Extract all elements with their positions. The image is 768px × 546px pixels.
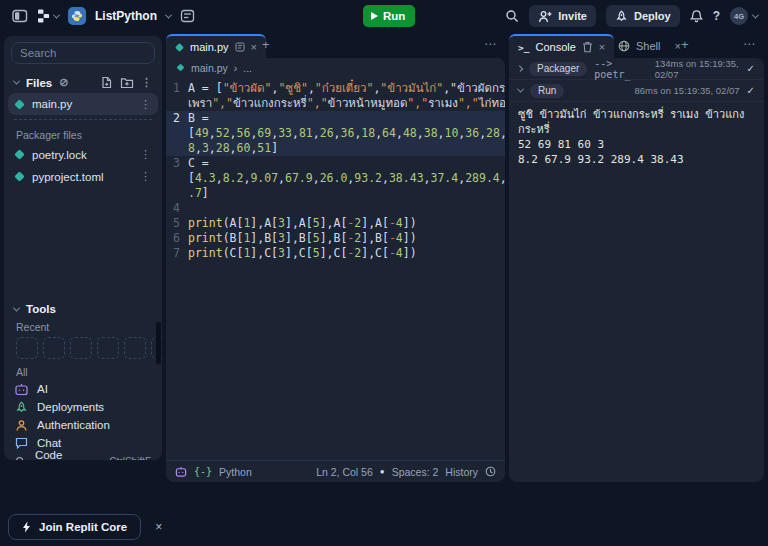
packager-files-label: Packager files bbox=[4, 126, 162, 143]
sidebar-scrollbar[interactable] bbox=[156, 322, 161, 364]
project-name[interactable]: ListPython bbox=[95, 9, 157, 23]
trash-icon[interactable] bbox=[582, 41, 593, 53]
join-replit-core-button[interactable]: Join Replit Core bbox=[8, 514, 141, 540]
deploy-button-label: Deploy bbox=[634, 10, 671, 22]
code-row[interactable]: [4.3,8.2,9.07,67.9,26.0,93.2,38.43,37.4,… bbox=[166, 171, 505, 186]
cursor-position[interactable]: Ln 2, Col 56 bbox=[316, 466, 373, 478]
chevron-right-icon[interactable] bbox=[517, 65, 523, 71]
sidebar-toggle-icon[interactable] bbox=[12, 9, 28, 23]
new-tab-icon[interactable]: + bbox=[681, 37, 689, 52]
tab-console[interactable]: >_ Console × bbox=[509, 34, 614, 58]
tool-item-code-search[interactable]: Code Search CtrlShiftF bbox=[4, 452, 162, 460]
file-row-poetry-lock[interactable]: poetry.lock ⋮ bbox=[8, 144, 158, 165]
account-menu[interactable]: 4G bbox=[730, 7, 758, 25]
files-divider bbox=[14, 119, 152, 120]
file-icon bbox=[14, 149, 24, 159]
tab-layout-icon[interactable] bbox=[235, 42, 245, 52]
code-row[interactable]: 2B = bbox=[166, 111, 505, 126]
file-row-pyproject-toml[interactable]: pyproject.toml ⋮ bbox=[8, 166, 158, 187]
close-tab-icon[interactable]: × bbox=[674, 40, 680, 52]
close-tab-icon[interactable]: × bbox=[599, 41, 605, 53]
close-tab-icon[interactable]: × bbox=[251, 41, 257, 53]
code-row[interactable]: 4 bbox=[166, 201, 505, 216]
code-row[interactable]: 5print(A[1],A[3],A[5],A[-2],A[-4]) bbox=[166, 216, 505, 231]
history-label[interactable]: History bbox=[445, 466, 478, 478]
chevron-down-icon[interactable] bbox=[517, 86, 524, 93]
tool-item-authentication[interactable]: Authentication bbox=[4, 416, 162, 434]
search-icon[interactable] bbox=[505, 9, 519, 23]
code-lines[interactable]: 1A = ["ข้าวผัด","ซูชิ","ก๋วยเตี๋ยว","ข้า… bbox=[166, 81, 505, 261]
code-row[interactable]: 6print(B[1],B[3],B[5],B[-2],B[-4]) bbox=[166, 231, 505, 246]
ai-status-icon[interactable] bbox=[175, 466, 187, 478]
console-event-packager[interactable]: Packager --> poetr_ 134ms on 15:19:35, 0… bbox=[509, 58, 764, 80]
tools-section-header[interactable]: Tools bbox=[4, 300, 162, 318]
console-event-run[interactable]: Run 86ms on 15:19:35, 02/07 ✓ bbox=[509, 80, 764, 102]
top-bar: ListPython Run Invite Deploy bbox=[0, 0, 768, 32]
breadcrumb-separator: › bbox=[234, 62, 238, 74]
tools-header-label: Tools bbox=[26, 303, 56, 315]
console-output[interactable]: ซูชิ ข้าวมันไก่ ข้าวแกงกระหรี่ ราเมง ข้า… bbox=[509, 102, 764, 172]
tab-title: main.py bbox=[190, 41, 229, 53]
dismiss-banner-icon[interactable]: × bbox=[155, 520, 162, 534]
replit-workspace: ListPython Run Invite Deploy bbox=[0, 0, 768, 546]
resource-monitor-icon[interactable] bbox=[180, 9, 195, 23]
event-command: --> poetr_ bbox=[594, 58, 640, 80]
file-row-main-py[interactable]: main.py ⋮ bbox=[8, 93, 158, 115]
recent-tool-slot bbox=[124, 337, 146, 359]
line-number bbox=[166, 171, 188, 186]
invite-user-icon bbox=[538, 10, 552, 23]
file-name: pyproject.toml bbox=[32, 171, 104, 183]
line-number bbox=[166, 96, 188, 111]
language-label[interactable]: Python bbox=[219, 466, 252, 478]
line-number: 2 bbox=[166, 111, 188, 126]
editor-options-icon[interactable]: ⋯ bbox=[484, 37, 497, 51]
hidden-files-icon[interactable]: ⊘ bbox=[59, 76, 68, 89]
deployments-icon bbox=[15, 401, 28, 414]
project-chevron-icon[interactable] bbox=[165, 11, 172, 18]
search-input[interactable]: Search bbox=[11, 42, 155, 64]
recent-tool-slot bbox=[97, 337, 119, 359]
tool-item-deployments[interactable]: Deployments bbox=[4, 398, 162, 416]
help-icon[interactable]: ? bbox=[713, 9, 720, 23]
line-number: 4 bbox=[166, 201, 188, 216]
rocket-icon bbox=[615, 10, 628, 23]
new-file-icon[interactable] bbox=[100, 76, 113, 89]
new-folder-icon[interactable] bbox=[120, 77, 134, 89]
files-section-header[interactable]: Files ⊘ ⋮ bbox=[4, 73, 162, 92]
editor-tab-main-py[interactable]: main.py × bbox=[166, 34, 266, 58]
code-row[interactable]: 1A = ["ข้าวผัด","ซูชิ","ก๋วยเตี๋ยว","ข้า… bbox=[166, 81, 505, 96]
recent-tool-slot bbox=[70, 337, 92, 359]
tool-item-ai[interactable]: AI bbox=[4, 380, 162, 398]
new-tab-icon[interactable]: + bbox=[262, 37, 270, 52]
files-menu-icon[interactable]: ⋮ bbox=[141, 76, 152, 89]
history-clock-icon[interactable] bbox=[485, 466, 496, 477]
tab-shell[interactable]: Shell × bbox=[609, 34, 690, 58]
file-menu-icon[interactable]: ⋮ bbox=[140, 98, 151, 111]
code-row[interactable]: 3C = bbox=[166, 156, 505, 171]
console-output-line: 8.2 67.9 93.2 289.4 38.43 bbox=[518, 152, 755, 167]
indentation-setting[interactable]: Spaces: 2 bbox=[392, 466, 439, 478]
code-row[interactable]: 7print(C[1],C[3],C[5],C[-2],C[-4]) bbox=[166, 246, 505, 261]
recent-tools-row bbox=[4, 335, 162, 363]
breadcrumb-more[interactable]: ... bbox=[243, 62, 252, 74]
file-icon bbox=[14, 171, 24, 181]
avatar: 4G bbox=[730, 7, 748, 25]
run-button-label: Run bbox=[383, 10, 405, 22]
code-row[interactable]: 8,3,28,60,51] bbox=[166, 141, 505, 156]
code-row[interactable]: [49,52,56,69,33,81,26,36,18,64,48,38,10,… bbox=[166, 126, 505, 141]
file-menu-icon[interactable]: ⋮ bbox=[140, 148, 151, 161]
chevron-down-icon bbox=[53, 11, 60, 18]
file-menu-icon[interactable]: ⋮ bbox=[140, 170, 151, 183]
invite-button[interactable]: Invite bbox=[529, 5, 596, 27]
ai-icon bbox=[15, 383, 28, 396]
deploy-button[interactable]: Deploy bbox=[606, 5, 680, 27]
console-options-icon[interactable]: ⋯ bbox=[743, 37, 756, 51]
chat-icon bbox=[15, 437, 28, 449]
code-row[interactable]: .7] bbox=[166, 186, 505, 201]
line-number: 5 bbox=[166, 216, 188, 231]
replit-logo-icon[interactable] bbox=[37, 9, 59, 23]
notifications-bell-icon[interactable] bbox=[690, 9, 703, 23]
run-button[interactable]: Run bbox=[363, 5, 415, 27]
breadcrumb[interactable]: main.py › ... bbox=[166, 58, 505, 77]
code-row[interactable]: เพรา","ข้าวแกงกระหรี่","ข้าวหน้าหมูทอด",… bbox=[166, 96, 505, 111]
